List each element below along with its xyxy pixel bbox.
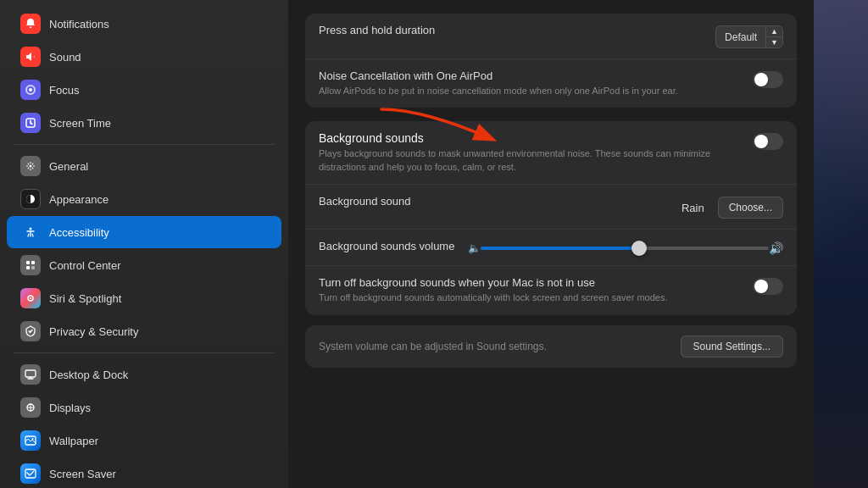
turn-off-title: Turn off background sounds when your Mac… <box>319 276 743 289</box>
volume-row: Background sounds volume 🔈 🔊 <box>305 230 797 266</box>
divider-1 <box>14 144 275 145</box>
sidebar-item-sound[interactable]: Sound <box>7 41 281 73</box>
divider-2 <box>14 352 275 353</box>
footer-text: System volume can be adjusted in Sound s… <box>319 341 547 352</box>
turn-off-row: Turn off background sounds when your Mac… <box>305 266 797 314</box>
sidebar-item-notifications[interactable]: Notifications <box>7 8 281 40</box>
airpods-settings-card: Press and hold duration Default ▲ ▼ Nois… <box>305 14 797 108</box>
background-sounds-row: Background sounds Plays background sound… <box>305 121 797 185</box>
sidebar-item-focus[interactable]: Focus <box>7 74 281 106</box>
sidebar-item-screentime-label: Screen Time <box>49 117 111 130</box>
wallpaper-decoration <box>814 0 868 488</box>
sidebar-item-sound-label: Sound <box>49 51 81 64</box>
screensaver-icon <box>20 463 41 484</box>
controlcenter-icon <box>20 255 41 275</box>
press-hold-text: Press and hold duration <box>319 24 715 39</box>
background-sound-control: Rain Choose... <box>682 197 783 219</box>
footer-row: System volume can be adjusted in Sound s… <box>305 325 797 368</box>
sidebar-item-privacy-label: Privacy & Security <box>49 325 138 338</box>
turn-off-toggle[interactable] <box>753 278 783 295</box>
press-hold-title: Press and hold duration <box>319 24 705 36</box>
background-sounds-toggle[interactable] <box>753 133 783 150</box>
sidebar-item-wallpaper[interactable]: Wallpaper <box>7 424 281 457</box>
privacy-icon <box>20 321 41 341</box>
svg-point-10 <box>30 297 31 299</box>
noise-cancellation-text: Noise Cancellation with One AirPod Allow… <box>319 69 753 97</box>
svg-rect-7 <box>26 266 30 269</box>
wallpaper-icon <box>20 430 41 451</box>
svg-rect-5 <box>26 261 30 264</box>
volume-slider[interactable] <box>481 247 769 250</box>
noise-cancellation-subtitle: Allow AirPods to be put in noise cancell… <box>319 85 692 97</box>
background-sounds-title: Background sounds <box>319 131 743 145</box>
sidebar-item-notifications-label: Notifications <box>49 18 109 30</box>
stepper-value: Default <box>716 29 765 46</box>
volume-low-icon: 🔈 <box>468 242 481 254</box>
background-sound-value: Rain <box>682 202 704 214</box>
sidebar-item-displays[interactable]: Displays <box>7 391 281 424</box>
screentime-icon <box>20 113 41 133</box>
sidebar-item-accessibility[interactable]: Accessibility <box>7 216 281 248</box>
sidebar-item-siri[interactable]: Siri & Spotlight <box>7 282 281 314</box>
noise-cancellation-toggle[interactable] <box>753 71 783 88</box>
sidebar-item-displays-label: Displays <box>49 402 91 414</box>
appearance-icon <box>20 189 41 209</box>
stepper-up-button[interactable]: ▲ <box>766 26 782 37</box>
background-sound-row: Background sound Rain Choose... <box>305 185 797 230</box>
svg-point-4 <box>30 228 32 230</box>
slider-fill <box>481 247 639 250</box>
volume-title: Background sounds volume <box>319 240 454 252</box>
sidebar-item-accessibility-label: Accessibility <box>49 226 109 239</box>
sidebar-item-desktop-label: Desktop & Dock <box>49 369 128 381</box>
noise-cancellation-row: Noise Cancellation with One AirPod Allow… <box>305 59 797 108</box>
background-sounds-text: Background sounds Plays background sound… <box>319 131 753 174</box>
sidebar-item-appearance-label: Appearance <box>49 193 108 206</box>
sidebar-item-privacy[interactable]: Privacy & Security <box>7 315 281 347</box>
noise-cancellation-control <box>753 71 783 88</box>
svg-rect-6 <box>31 261 35 264</box>
background-sounds-subtitle: Plays background sounds to mask unwanted… <box>319 147 726 174</box>
turn-off-subtitle: Turn off background sounds automatically… <box>319 291 692 304</box>
turn-off-text: Turn off background sounds when your Mac… <box>319 276 753 304</box>
svg-point-0 <box>29 88 32 92</box>
background-sound-title: Background sound <box>319 195 671 208</box>
desktop-icon <box>20 364 41 385</box>
sidebar-item-desktop[interactable]: Desktop & Dock <box>7 358 281 391</box>
choose-button[interactable]: Choose... <box>718 197 783 219</box>
svg-rect-13 <box>25 436 36 445</box>
sidebar-item-general[interactable]: General <box>7 150 281 182</box>
wallpaper-preview <box>814 0 868 488</box>
noise-cancellation-title: Noise Cancellation with One AirPod <box>319 69 743 82</box>
sidebar-item-controlcenter[interactable]: Control Center <box>7 249 281 281</box>
background-sound-text: Background sound <box>319 195 682 210</box>
sidebar-item-screentime[interactable]: Screen Time <box>7 107 281 139</box>
main-content: Press and hold duration Default ▲ ▼ Nois… <box>288 0 814 488</box>
slider-thumb <box>632 241 647 256</box>
sound-icon <box>20 47 41 67</box>
general-icon <box>20 156 41 176</box>
sidebar-item-appearance[interactable]: Appearance <box>7 183 281 215</box>
volume-high-icon: 🔊 <box>769 241 783 255</box>
turn-off-control <box>753 278 783 295</box>
press-hold-control: Default ▲ ▼ <box>715 25 783 48</box>
svg-rect-8 <box>31 266 35 269</box>
sidebar-item-screensaver[interactable]: Screen Saver <box>7 458 281 488</box>
accessibility-icon <box>20 222 41 242</box>
volume-text: Background sounds volume <box>319 240 454 255</box>
sidebar-item-screensaver-label: Screen Saver <box>49 468 116 480</box>
displays-icon <box>20 397 41 418</box>
stepper-down-button[interactable]: ▼ <box>766 37 782 47</box>
focus-icon <box>20 80 41 100</box>
sidebar-item-controlcenter-label: Control Center <box>49 259 121 272</box>
background-sounds-card: Background sounds Plays background sound… <box>305 121 797 314</box>
sound-settings-button[interactable]: Sound Settings... <box>681 336 783 358</box>
sidebar-item-general-label: General <box>49 160 88 173</box>
volume-control: 🔈 🔊 <box>468 241 783 255</box>
siri-icon <box>20 288 41 308</box>
sidebar-item-focus-label: Focus <box>49 84 79 97</box>
press-hold-stepper[interactable]: Default ▲ ▼ <box>715 25 783 48</box>
notifications-icon <box>20 14 41 34</box>
svg-point-2 <box>30 165 32 168</box>
sidebar-item-siri-label: Siri & Spotlight <box>49 292 121 305</box>
sidebar: Notifications Sound Focus <box>0 0 288 488</box>
